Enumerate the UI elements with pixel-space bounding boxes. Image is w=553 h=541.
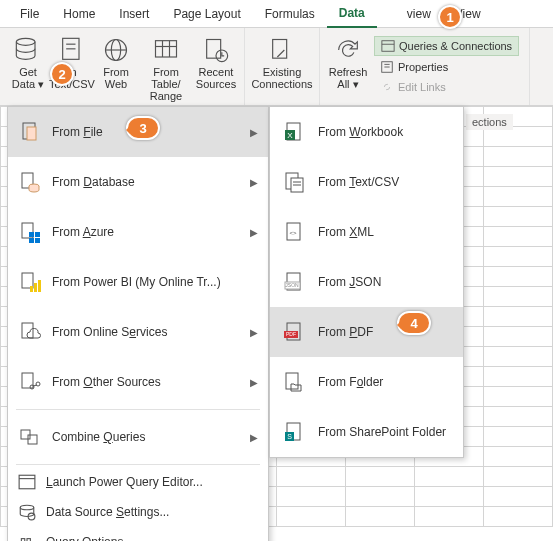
editor-icon	[18, 473, 36, 491]
existing-connections-button[interactable]: Existing Connections	[251, 32, 313, 90]
from-json-label: From JSON	[318, 275, 381, 289]
refresh-label1: Refresh	[329, 66, 368, 78]
properties-button[interactable]: Properties	[374, 58, 519, 76]
from-pdf-label: From PDF	[318, 325, 373, 339]
recent-sources-button[interactable]: Recent Sources	[194, 32, 238, 90]
svg-point-0	[16, 38, 35, 45]
tab-review[interactable]: view	[377, 1, 443, 27]
table-label2: Range	[150, 90, 182, 102]
tab-formulas[interactable]: Formulas	[253, 1, 327, 27]
launch-pq-editor-item[interactable]: Launch Power Query Editor...	[8, 467, 268, 497]
connections-icon	[268, 36, 296, 64]
svg-text:<>: <>	[289, 230, 297, 236]
from-other-item[interactable]: From Other Sources ▶	[8, 357, 268, 407]
table-label1: From Table/	[138, 66, 194, 90]
existing-label1: Existing	[263, 66, 302, 78]
pdf-icon: PDF	[282, 320, 306, 344]
refresh-all-button[interactable]: Refresh All ▾	[326, 32, 370, 90]
chevron-right-icon: ▶	[250, 127, 258, 138]
from-workbook-label: From Workbook	[318, 125, 403, 139]
get-data-label2: Data ▾	[12, 78, 44, 90]
from-spfolder-item[interactable]: S From SharePoint Folder	[270, 407, 463, 457]
svg-text:JSON: JSON	[285, 282, 299, 288]
from-textcsv-label: From Text/CSV	[318, 175, 399, 189]
query-options-item[interactable]: Query Options	[8, 527, 268, 541]
from-textcsv-item[interactable]: From Text/CSV	[270, 157, 463, 207]
svg-rect-20	[27, 127, 36, 140]
from-spfolder-label: From SharePoint Folder	[318, 425, 446, 439]
svg-rect-27	[35, 238, 40, 243]
options-icon	[18, 533, 36, 541]
sharepoint-icon: S	[282, 420, 306, 444]
combine-icon	[18, 425, 42, 449]
recent-label1: Recent	[199, 66, 234, 78]
from-online-item[interactable]: From Online Services ▶	[8, 307, 268, 357]
from-web-button[interactable]: From Web	[94, 32, 138, 90]
from-table-button[interactable]: From Table/ Range	[138, 32, 194, 102]
other-sources-icon	[18, 370, 42, 394]
svg-rect-30	[34, 283, 37, 292]
link-icon	[380, 80, 394, 94]
combine-queries-item[interactable]: Combine Queries ▶	[8, 412, 268, 462]
from-azure-item[interactable]: From Azure ▶	[8, 207, 268, 257]
existing-label2: Connections	[251, 78, 312, 90]
editlinks-label: Edit Links	[398, 81, 446, 93]
from-powerbi-label: From Power BI (My Online Tr...)	[52, 275, 258, 289]
svg-rect-11	[207, 40, 221, 59]
callout-2: 2	[50, 62, 74, 86]
tab-insert[interactable]: Insert	[107, 1, 161, 27]
svg-rect-31	[38, 280, 41, 292]
cloud-icon	[18, 320, 42, 344]
from-database-item[interactable]: From Database ▶	[8, 157, 268, 207]
azure-icon	[18, 220, 42, 244]
from-database-label: From Database	[52, 175, 250, 189]
tab-data[interactable]: Data	[327, 0, 377, 28]
queries-panel: Queries & Connections Properties Edit Li…	[370, 32, 523, 100]
excel-icon: X	[282, 120, 306, 144]
from-file-submenu: X From Workbook From Text/CSV <> From XM…	[269, 106, 464, 458]
ribbon-group-connections: Existing Connections	[245, 28, 320, 105]
svg-point-41	[20, 505, 34, 510]
from-powerbi-item[interactable]: From Power BI (My Online Tr...)	[8, 257, 268, 307]
data-source-settings-label: Data Source Settings...	[46, 505, 169, 519]
from-pdf-item[interactable]: PDF From PDF	[270, 307, 463, 357]
svg-text:PDF: PDF	[286, 331, 296, 337]
powerbi-icon	[18, 270, 42, 294]
ribbon: Get Data ▾ m Text/CSV From Web From Tabl…	[0, 28, 553, 106]
get-data-button[interactable]: Get Data ▾	[6, 32, 50, 90]
settings-icon	[18, 503, 36, 521]
from-folder-label: From Folder	[318, 375, 383, 389]
connections-group-label: ections	[466, 114, 513, 130]
queries-icon	[381, 39, 395, 53]
tab-file[interactable]: File	[8, 1, 51, 27]
web-label1: From	[103, 66, 129, 78]
json-icon: JSON	[282, 270, 306, 294]
tab-pagelayout[interactable]: Page Layout	[161, 1, 252, 27]
from-workbook-item[interactable]: X From Workbook	[270, 107, 463, 157]
table-icon	[152, 36, 180, 64]
from-folder-item[interactable]: From Folder	[270, 357, 463, 407]
callout-4: 4	[397, 311, 431, 335]
tab-home[interactable]: Home	[51, 1, 107, 27]
from-xml-label: From XML	[318, 225, 374, 239]
from-json-item[interactable]: JSON From JSON	[270, 257, 463, 307]
svg-text:S: S	[287, 433, 292, 440]
callout-3: 3	[126, 116, 160, 140]
svg-text:X: X	[287, 131, 293, 140]
from-other-label: From Other Sources	[52, 375, 250, 389]
database-icon	[14, 36, 42, 64]
chevron-right-icon: ▶	[250, 327, 258, 338]
refresh-icon	[334, 36, 362, 64]
ribbon-tabbar: File Home Insert Page Layout Formulas Da…	[0, 0, 553, 28]
combine-queries-label: Combine Queries	[52, 430, 250, 444]
queries-label: Queries & Connections	[399, 40, 512, 52]
chevron-right-icon: ▶	[250, 227, 258, 238]
chevron-right-icon: ▶	[250, 377, 258, 388]
properties-label: Properties	[398, 61, 448, 73]
web-label2: Web	[105, 78, 127, 90]
queries-connections-button[interactable]: Queries & Connections	[374, 36, 519, 56]
ribbon-group-queries: Refresh All ▾ Queries & Connections Prop…	[320, 28, 530, 105]
textcsv-icon	[282, 170, 306, 194]
data-source-settings-item[interactable]: Data Source Settings...	[8, 497, 268, 527]
from-xml-item[interactable]: <> From XML	[270, 207, 463, 257]
